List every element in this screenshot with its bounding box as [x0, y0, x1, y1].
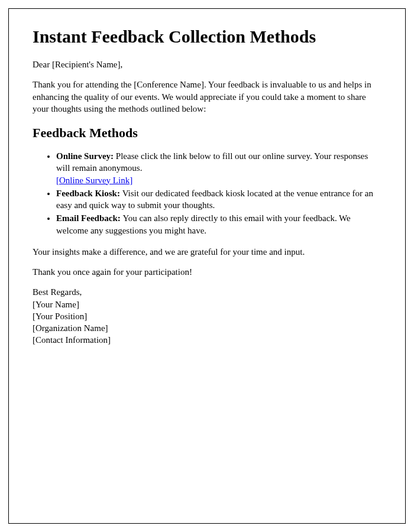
- signature-line: Best Regards,: [33, 286, 381, 298]
- greeting-line: Dear [Recipient's Name],: [33, 59, 381, 70]
- method-label: Online Survey:: [56, 151, 116, 161]
- closing-paragraph: Thank you once again for your participat…: [33, 266, 381, 278]
- methods-list: Online Survey: Please click the link bel…: [56, 150, 381, 236]
- document-page: Instant Feedback Collection Methods Dear…: [8, 8, 406, 524]
- intro-paragraph: Thank you for attending the [Conference …: [33, 79, 381, 115]
- signature-line: [Your Position]: [33, 310, 381, 322]
- signature-line: [Contact Information]: [33, 334, 381, 346]
- survey-link[interactable]: [Online Survey Link]: [56, 176, 132, 185]
- method-label: Feedback Kiosk:: [56, 189, 122, 198]
- list-item: Email Feedback: You can also reply direc…: [56, 212, 381, 236]
- list-item: Feedback Kiosk: Visit our dedicated feed…: [56, 187, 381, 212]
- method-label: Email Feedback:: [56, 213, 123, 223]
- section-heading: Feedback Methods: [33, 125, 381, 141]
- closing-paragraph: Your insights make a difference, and we …: [33, 246, 381, 258]
- signature-line: [Your Name]: [33, 299, 381, 310]
- signature-block: Best Regards, [Your Name] [Your Position…: [33, 286, 381, 346]
- page-title: Instant Feedback Collection Methods: [33, 27, 381, 47]
- signature-line: [Organization Name]: [33, 322, 381, 334]
- list-item: Online Survey: Please click the link bel…: [56, 150, 381, 186]
